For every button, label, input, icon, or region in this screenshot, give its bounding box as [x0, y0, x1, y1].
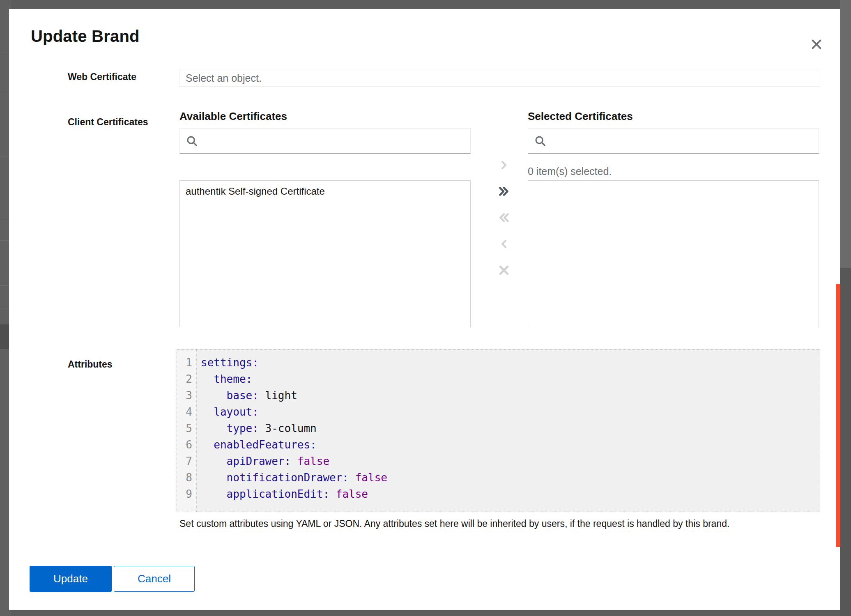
- available-certificates-heading: Available Certificates: [179, 110, 287, 123]
- attributes-help-text: Set custom attributes using YAML or JSON…: [179, 518, 820, 529]
- available-search-input[interactable]: [202, 135, 465, 147]
- clear-selection-icon[interactable]: [494, 262, 514, 278]
- selected-search-input[interactable]: [550, 135, 813, 147]
- list-item[interactable]: authentik Self-signed Certificate: [180, 181, 470, 202]
- remove-all-icon[interactable]: [494, 209, 514, 226]
- selected-certificates-heading: Selected Certificates: [528, 110, 633, 123]
- update-button[interactable]: Update: [30, 566, 112, 592]
- add-selected-icon[interactable]: [494, 157, 514, 173]
- dual-list-controls: [480, 157, 528, 278]
- selected-count-status: 0 item(s) selected.: [528, 165, 612, 177]
- selected-certificates-list: [528, 180, 819, 327]
- code-gutter: 1 2 3 4 5 6 7 8 9: [177, 349, 197, 512]
- web-certificate-label: Web Certificate: [68, 71, 136, 83]
- add-all-icon[interactable]: [494, 183, 514, 200]
- client-certificates-label: Client Certificates: [68, 117, 148, 128]
- update-brand-modal: Update Brand Web Certificate Client Cert…: [9, 9, 840, 610]
- background-page-edge: [840, 268, 851, 616]
- cancel-button[interactable]: Cancel: [114, 566, 195, 592]
- web-certificate-select[interactable]: [179, 69, 819, 87]
- accent-bar: [836, 284, 840, 547]
- search-icon: [186, 135, 198, 147]
- available-certificates-list: authentik Self-signed Certificate: [179, 180, 471, 327]
- page-title: Update Brand: [31, 27, 140, 46]
- search-icon: [534, 135, 546, 147]
- close-icon[interactable]: [805, 33, 828, 56]
- remove-selected-icon[interactable]: [494, 236, 514, 252]
- background-page-edge: [840, 0, 851, 268]
- attributes-label: Attributes: [68, 359, 113, 370]
- attributes-code-editor[interactable]: 1 2 3 4 5 6 7 8 9 settings: theme: base:…: [177, 349, 820, 512]
- available-search[interactable]: [179, 128, 471, 154]
- code-content: settings: theme: base: light layout: typ…: [197, 349, 820, 512]
- selected-search[interactable]: [528, 128, 819, 154]
